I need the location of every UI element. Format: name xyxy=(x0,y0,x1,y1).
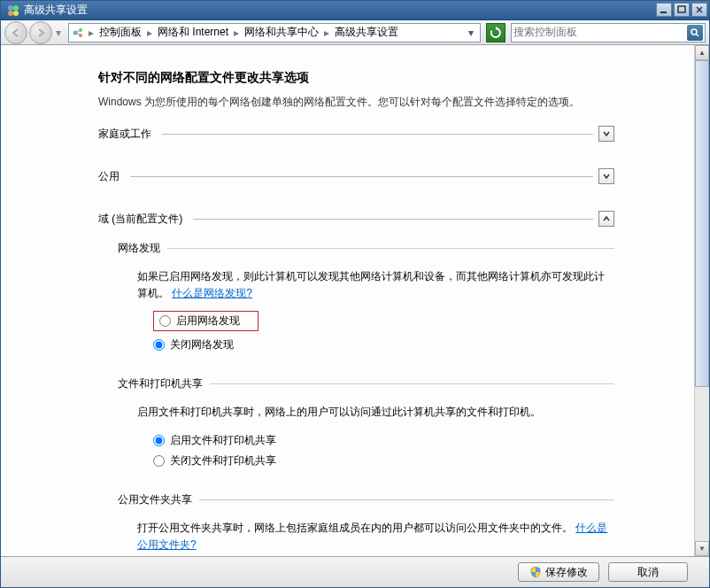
divider xyxy=(199,499,614,500)
chevron-right-icon[interactable]: ▸ xyxy=(87,27,96,39)
profile-home: 家庭或工作 xyxy=(98,126,614,142)
svg-point-13 xyxy=(691,29,697,35)
section-description: 如果已启用网络发现，则此计算机可以发现其他网络计算机和设备，而其他网络计算机亦可… xyxy=(137,268,614,302)
scroll-thumb[interactable] xyxy=(695,60,709,387)
window-controls xyxy=(656,3,707,17)
network-icon xyxy=(71,26,85,40)
scroll-track[interactable] xyxy=(695,60,709,541)
breadcrumb-item[interactable]: 控制面板 xyxy=(96,25,145,40)
breadcrumb-item[interactable]: 网络和共享中心 xyxy=(241,25,322,40)
section-file-printer: 文件和打印机共享 启用文件和打印机共享时，网络上的用户可以访问通过此计算机共享的… xyxy=(118,376,614,470)
page-description: Windows 为您所使用的每个网络创建单独的网络配置文件。您可以针对每个配置文… xyxy=(98,95,614,110)
maximize-button[interactable] xyxy=(674,3,690,17)
highlighted-option: 启用网络发现 xyxy=(153,311,259,331)
collapse-button[interactable] xyxy=(598,211,614,227)
section-description: 启用文件和打印机共享时，网络上的用户可以访问通过此计算机共享的文件和打印机。 xyxy=(137,404,614,421)
divider xyxy=(167,248,614,249)
profile-domain: 域 (当前配置文件) xyxy=(98,211,614,227)
radio-label: 启用网络发现 xyxy=(176,313,240,329)
page-heading: 针对不同的网络配置文件更改共享选项 xyxy=(98,70,614,86)
minimize-button[interactable] xyxy=(656,3,672,17)
search-box xyxy=(511,23,706,43)
back-button[interactable] xyxy=(4,21,27,44)
section-title: 公用文件夹共享 xyxy=(118,492,192,507)
button-label: 保存修改 xyxy=(545,565,588,580)
expand-button[interactable] xyxy=(598,168,614,184)
search-input[interactable] xyxy=(513,27,687,39)
profile-public: 公用 xyxy=(98,168,614,184)
history-dropdown[interactable]: ▾ xyxy=(54,27,63,39)
chevron-right-icon[interactable]: ▸ xyxy=(322,27,331,39)
navbar: ▾ ▸ 控制面板 ▸ 网络和 Internet ▸ 网络和共享中心 ▸ 高级共享… xyxy=(1,20,709,45)
radio-discovery-off[interactable] xyxy=(153,339,165,351)
vertical-scrollbar[interactable]: ▲ ▼ xyxy=(694,45,709,556)
cancel-button[interactable]: 取消 xyxy=(608,562,688,582)
section-description: 打开公用文件夹共享时，网络上包括家庭组成员在内的用户都可以访问公用文件夹中的文件… xyxy=(137,520,614,553)
button-label: 取消 xyxy=(637,565,659,580)
radio-label: 启用文件和打印机共享 xyxy=(170,433,276,448)
breadcrumb-dropdown[interactable]: ▾ xyxy=(464,27,478,39)
save-button[interactable]: 保存修改 xyxy=(518,562,599,582)
divider xyxy=(193,219,593,220)
search-icon[interactable] xyxy=(687,25,703,41)
section-title: 文件和打印机共享 xyxy=(118,376,203,391)
section-public-folder: 公用文件夹共享 打开公用文件夹共享时，网络上包括家庭组成员在内的用户都可以访问公… xyxy=(118,492,614,556)
chevron-right-icon[interactable]: ▸ xyxy=(145,27,154,39)
profile-label: 公用 xyxy=(98,169,120,184)
svg-point-1 xyxy=(13,5,19,11)
window-frame: 高级共享设置 ▾ ▸ 控制面板 ▸ 网络 xyxy=(0,0,710,588)
breadcrumb-item[interactable]: 网络和 Internet xyxy=(154,25,232,40)
bottom-bar: 保存修改 取消 xyxy=(1,557,709,587)
breadcrumb-item[interactable]: 高级共享设置 xyxy=(331,25,402,40)
svg-point-3 xyxy=(13,11,19,16)
radio-label: 关闭网络发现 xyxy=(170,337,234,352)
titlebar: 高级共享设置 xyxy=(1,1,709,20)
breadcrumb: ▸ 控制面板 ▸ 网络和 Internet ▸ 网络和共享中心 ▸ 高级共享设置… xyxy=(68,23,481,43)
scroll-down-button[interactable]: ▼ xyxy=(695,541,709,556)
radio-fileprint-on[interactable] xyxy=(153,435,165,446)
help-link[interactable]: 什么是网络发现? xyxy=(172,287,252,299)
window-title: 高级共享设置 xyxy=(24,3,88,18)
profile-label: 域 (当前配置文件) xyxy=(98,212,182,227)
refresh-button[interactable] xyxy=(486,23,505,43)
radio-discovery-on[interactable] xyxy=(159,315,171,327)
scroll-up-button[interactable]: ▲ xyxy=(695,45,709,60)
svg-point-2 xyxy=(8,11,13,16)
app-icon xyxy=(6,4,20,18)
chevron-right-icon[interactable]: ▸ xyxy=(232,27,241,39)
svg-rect-5 xyxy=(678,6,685,12)
forward-button[interactable] xyxy=(29,21,52,44)
divider xyxy=(210,383,614,384)
section-network-discovery: 网络发现 如果已启用网络发现，则此计算机可以发现其他网络计算机和设备，而其他网络… xyxy=(118,241,614,355)
divider xyxy=(162,134,593,135)
section-title: 网络发现 xyxy=(118,241,160,256)
shield-icon xyxy=(529,566,542,578)
svg-line-14 xyxy=(697,34,699,36)
radio-label: 关闭文件和打印机共享 xyxy=(170,453,276,468)
divider xyxy=(130,176,593,177)
profile-label: 家庭或工作 xyxy=(98,127,151,142)
svg-point-0 xyxy=(8,5,13,11)
expand-button[interactable] xyxy=(598,126,614,142)
close-button[interactable] xyxy=(691,3,707,17)
radio-fileprint-off[interactable] xyxy=(153,455,165,467)
content-area: 针对不同的网络配置文件更改共享选项 Windows 为您所使用的每个网络创建单独… xyxy=(1,45,709,587)
